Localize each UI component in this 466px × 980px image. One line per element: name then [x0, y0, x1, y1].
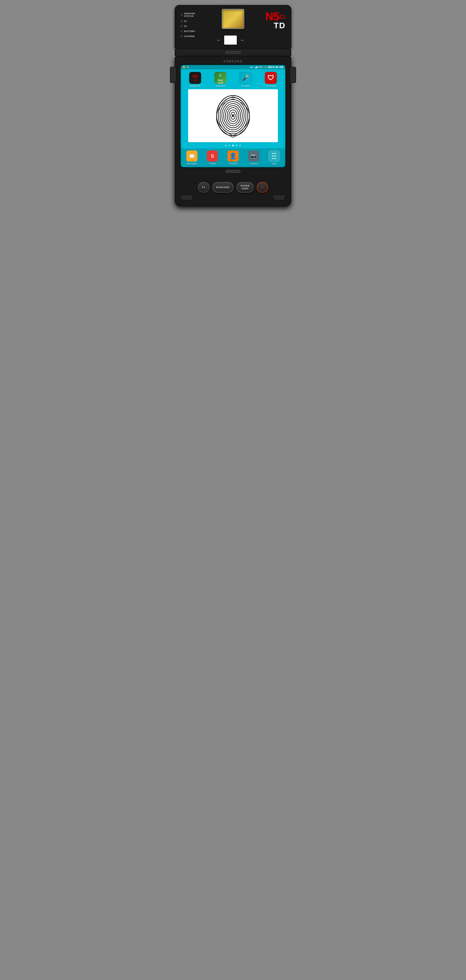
paper-arrow-left: ←	[217, 38, 221, 43]
hw-barcode-label: BARCODE	[216, 186, 230, 189]
speaker	[178, 175, 288, 177]
bottom-feet	[178, 194, 288, 200]
dock-icon-apps[interactable]: Apps	[267, 151, 281, 165]
camera-icon-symbol: 📷	[251, 153, 257, 159]
n5service-n5: N5	[193, 74, 198, 79]
svg-point-9	[232, 114, 234, 117]
messages-icon-symbol: ✉️	[189, 153, 195, 159]
paper-arrow-right: →	[240, 38, 244, 43]
dock-icon-contacts[interactable]: 👤 Contacts	[226, 151, 240, 165]
status-bar-left: 🔔 ✏️	[183, 66, 189, 68]
warning-icon: ⚠	[261, 185, 264, 189]
fingerprint-image	[213, 92, 253, 140]
grip-bar	[225, 170, 241, 173]
svoice-label: S Voice	[242, 85, 250, 87]
camera-label: Camera	[250, 162, 258, 165]
bottom-dock: ✉️ Messages S S Note 👤 Contacts	[180, 148, 286, 167]
apps-dot-2	[274, 153, 274, 154]
surelock-text: SureLock	[218, 79, 223, 84]
f2-status-row: F2	[180, 25, 195, 27]
notification-icon: 🔔	[183, 66, 185, 68]
status-bar: 🔔 ✏️ 4G+ 98% ⚡ 8:36 AM	[180, 65, 286, 69]
apps-dot-4	[272, 156, 273, 156]
n5service-icon-img: N5 SP	[189, 72, 201, 84]
hardware-buttons: F1 BARCODE PAPERFEED ⚠	[178, 178, 288, 197]
vzprotect-icon-img: 🛡	[265, 72, 277, 84]
page-dot-3	[232, 145, 234, 146]
apps-label: Apps	[271, 162, 277, 165]
f2-label: F2	[184, 25, 187, 27]
page-dot-2	[229, 145, 230, 146]
signal-bar-3	[256, 67, 257, 68]
messages-icon-img: ✉️	[186, 151, 198, 162]
apps-dot-5	[274, 156, 274, 156]
signal-bar-1	[255, 68, 255, 68]
battery-fill	[268, 67, 271, 68]
apps-icon-img	[268, 151, 280, 162]
dock-icon-camera[interactable]: 📷 Camera	[246, 151, 261, 165]
f1-status-row: F1	[180, 20, 195, 22]
z1-text: Z1	[279, 14, 286, 20]
snote-icon-img: S	[207, 151, 218, 162]
battery-percentage: 98%	[259, 66, 263, 68]
messages-label: Messages	[187, 162, 197, 165]
apps-dot-1	[272, 153, 273, 154]
apps-dot-3	[275, 153, 276, 154]
battery-dot	[180, 30, 183, 32]
n5service-sp: SP	[194, 79, 197, 81]
left-foot	[180, 194, 193, 200]
battery-bolt: ⚡	[264, 66, 267, 68]
n5-text: N5	[265, 10, 279, 22]
f1-dot	[180, 20, 183, 22]
battery-label: BATTERY	[184, 30, 195, 32]
phone-screen[interactable]: 🔔 ✏️ 4G+ 98% ⚡ 8:36 AM	[180, 64, 286, 168]
connector-bar	[225, 51, 241, 54]
hw-warning-button[interactable]: ⚠	[257, 182, 268, 192]
surelock-label: SureLock	[215, 85, 225, 87]
top-module: PRINTERSTATUS F1 F2 BATTERY CHARGE	[175, 5, 291, 49]
hw-f1-button[interactable]: F1	[198, 182, 209, 192]
edit-icon: ✏️	[186, 66, 189, 68]
surelock-s: S	[219, 72, 222, 79]
snote-label: S Note	[209, 162, 216, 165]
hw-f1-label: F1	[202, 186, 205, 189]
app-icon-surelock[interactable]: S SureLock SureLock	[212, 72, 228, 87]
contacts-icon-img: 👤	[227, 151, 239, 162]
status-bar-right: 4G+ 98% ⚡ 8:36 AM	[250, 65, 283, 68]
app-icons-row: N5 SP N5Service S SureLock SureLock	[180, 69, 286, 89]
apps-dot-9	[275, 158, 276, 159]
device: PRINTERSTATUS F1 F2 BATTERY CHARGE	[175, 5, 291, 207]
battery-status-row: BATTERY	[180, 30, 195, 32]
page-dot-5	[239, 145, 241, 146]
charge-status-row: CHARGE	[180, 35, 195, 38]
grip-handle	[178, 168, 288, 174]
apps-dot-7	[272, 158, 273, 159]
app-icon-n5service[interactable]: N5 SP N5Service	[187, 72, 203, 87]
apps-dot-8	[274, 158, 274, 159]
app-icon-vzprotect[interactable]: 🛡 VZ Protect	[263, 72, 279, 87]
time-display: 8:36 AM	[273, 65, 283, 68]
n5service-inner: N5 SP	[193, 74, 198, 81]
apps-grid	[272, 153, 276, 159]
dock-icon-snote[interactable]: S S Note	[205, 151, 220, 165]
hw-paperfeed-button[interactable]: PAPERFEED	[236, 182, 254, 192]
vzprotect-label: VZ Protect	[265, 85, 276, 87]
network-type: 4G+	[250, 66, 254, 68]
page-dot-1	[225, 145, 227, 146]
mic-icon: 🎤	[242, 74, 249, 81]
page-dot-4	[236, 145, 237, 146]
hw-paperfeed-label: PAPERFEED	[241, 185, 249, 190]
signal-bar-4	[257, 66, 257, 68]
surelock-icon-img: S SureLock	[214, 72, 227, 84]
app-icon-svoice[interactable]: 🎤 S Voice	[238, 72, 254, 87]
charge-dot	[180, 35, 183, 37]
hw-barcode-button[interactable]: BARCODE	[212, 182, 234, 192]
right-foot	[273, 194, 286, 200]
signal-bars	[255, 66, 257, 68]
dock-icon-messages[interactable]: ✉️ Messages	[185, 151, 199, 165]
snote-s-letter: S	[211, 153, 214, 159]
signal-bar-2	[255, 67, 256, 68]
paper-icon	[224, 35, 237, 45]
svoice-icon-img: 🎤	[239, 72, 252, 84]
printer-status-row: PRINTERSTATUS	[180, 12, 195, 18]
